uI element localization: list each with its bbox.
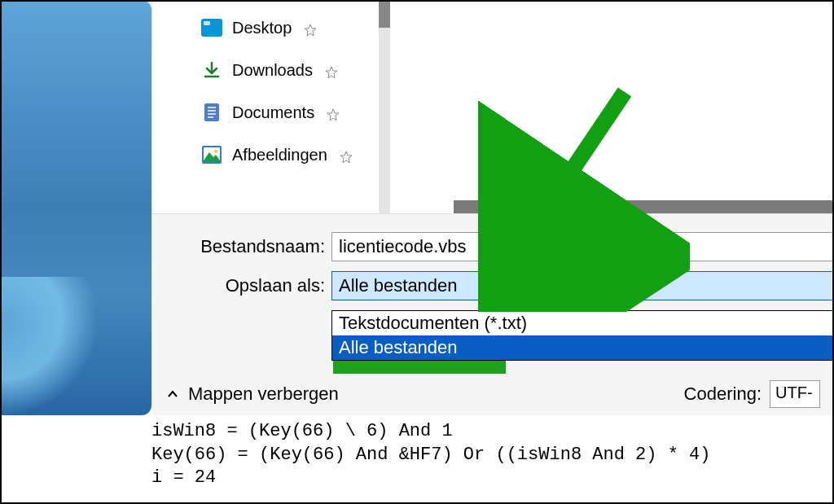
horizontal-scrollbar[interactable] <box>454 200 834 213</box>
desktop-icon <box>201 18 222 37</box>
saveas-dropdown-list: Tekstdocumenten (*.txt) Alle bestanden <box>331 310 834 361</box>
dropdown-option-txt[interactable]: Tekstdocumenten (*.txt) <box>332 311 834 335</box>
filename-row: Bestandsnaam: <box>152 232 834 261</box>
document-icon <box>201 103 222 122</box>
nav-item-desktop[interactable]: Desktop <box>198 11 377 44</box>
svg-line-13 <box>520 92 625 247</box>
download-icon <box>201 60 222 80</box>
dialog-footer: Mappen verbergen Codering: UTF- <box>152 373 834 415</box>
nav-label: Documents <box>232 103 314 122</box>
pin-icon <box>340 148 353 161</box>
form-area: Bestandsnaam: Opslaan als: Alle bestande… <box>152 213 834 415</box>
scroll-thumb[interactable] <box>379 0 390 28</box>
saveas-row: Opslaan als: Alle bestanden <box>152 271 834 300</box>
nav-item-documents[interactable]: Documents <box>198 96 377 129</box>
pin-icon <box>326 64 339 77</box>
svg-rect-1 <box>204 21 210 25</box>
encoding-label: Codering: <box>684 383 762 405</box>
nav-label: Afbeeldingen <box>232 146 327 164</box>
annotation-underline <box>333 361 506 374</box>
code-line: isWin8 = (Key(66) \ 6) And 1 <box>151 421 453 441</box>
pin-icon <box>305 21 318 34</box>
filename-label: Bestandsnaam: <box>152 236 331 257</box>
saveas-selected-text: Alle bestanden <box>339 275 458 296</box>
code-preview: isWin8 = (Key(66) \ 6) And 1 Key(66) = (… <box>151 420 834 490</box>
nav-item-downloads[interactable]: Downloads <box>198 54 377 86</box>
image-icon <box>201 145 222 164</box>
dropdown-option-all[interactable]: Alle bestanden <box>332 335 834 360</box>
pin-icon <box>327 106 340 119</box>
saveas-label: Opslaan als: <box>152 275 331 296</box>
chevron-up-icon[interactable] <box>167 388 180 401</box>
nav-item-images[interactable]: Afbeeldingen <box>198 138 377 171</box>
hide-folders-link[interactable]: Mappen verbergen <box>188 383 339 405</box>
nav-sidebar: Desktop Downloads <box>198 11 377 181</box>
code-line: i = 24 <box>151 467 216 488</box>
vertical-scrollbar[interactable] <box>379 0 390 213</box>
saveas-dropdown[interactable]: Alle bestanden <box>331 271 834 300</box>
nav-label: Desktop <box>232 19 292 37</box>
svg-point-11 <box>214 150 217 153</box>
save-dialog: Desktop Downloads <box>151 0 834 415</box>
desktop-curve <box>0 277 106 423</box>
filename-input[interactable] <box>331 232 834 261</box>
code-line: Key(66) = (Key(66) And &HF7) Or ((isWin8… <box>151 445 711 465</box>
encoding-dropdown[interactable]: UTF- <box>770 380 820 408</box>
svg-rect-3 <box>204 103 219 121</box>
nav-label: Downloads <box>232 61 313 80</box>
desktop-background <box>0 0 151 415</box>
